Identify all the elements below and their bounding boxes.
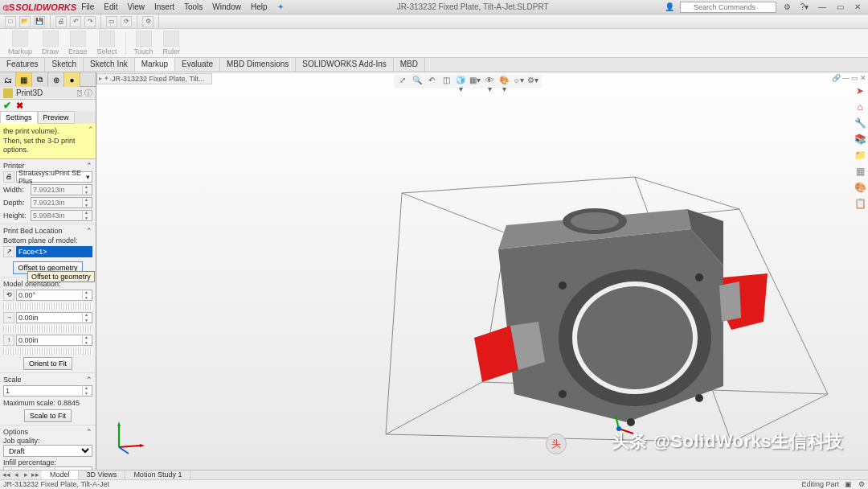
vp-max-icon[interactable]: ▭ — [851, 74, 858, 82]
menu-file[interactable]: File — [81, 2, 94, 11]
hide-show-icon[interactable]: 👁▾ — [484, 76, 495, 87]
tab-motion-study[interactable]: Motion Study 1 — [125, 471, 190, 479]
print-icon[interactable]: 🖨 — [55, 16, 67, 27]
open-icon[interactable]: 📂 — [19, 16, 31, 27]
pm-tab-config-icon[interactable]: ⧉ — [32, 72, 48, 87]
dist2-input[interactable]: 0.00in▲▼ — [16, 335, 92, 346]
ribbon-touch[interactable]: Touch — [131, 31, 157, 55]
ribbon-select[interactable]: Select — [94, 31, 121, 55]
orient-fit-button[interactable]: Orient to Fit — [23, 357, 72, 370]
login-icon[interactable]: 👤 — [662, 2, 677, 11]
angle-slider[interactable] — [3, 303, 92, 310]
apply-scene-icon[interactable]: ☼▾ — [513, 76, 524, 87]
height-input[interactable]: 5.99843in▲▼ — [31, 210, 92, 221]
tab-mbd[interactable]: MBD — [394, 58, 425, 72]
quality-select[interactable]: Draft — [3, 445, 92, 457]
search-commands[interactable] — [680, 2, 776, 13]
tab-sketch[interactable]: Sketch — [45, 58, 84, 72]
vp-close-icon[interactable]: ✕ — [860, 74, 866, 82]
options-icon[interactable]: ⚙ — [780, 2, 794, 11]
ribbon-ruler[interactable]: Ruler — [160, 31, 184, 55]
search-input[interactable] — [680, 2, 776, 13]
section-scale[interactable]: Scale⌃ — [3, 375, 92, 384]
resources-icon[interactable]: 🔧 — [854, 117, 866, 130]
tab-mbd-dimensions[interactable]: MBD Dimensions — [220, 58, 296, 72]
maximize-icon[interactable]: ▭ — [833, 2, 847, 11]
menu-tools[interactable]: Tools — [184, 2, 203, 11]
design-lib-icon[interactable]: 📚 — [854, 134, 866, 146]
viewport[interactable]: JR-313232 Fixed Plate, Tilt... ⤢ 🔍 ↶ ◫ 🧊… — [96, 72, 868, 470]
section-view-icon[interactable]: ◫ — [440, 76, 452, 87]
angle-input[interactable]: 0.00°▲▼ — [16, 290, 92, 301]
view-palette-icon[interactable]: ▦ — [854, 166, 866, 179]
subtab-preview[interactable]: Preview — [38, 111, 75, 124]
depth-input[interactable]: 7.99213in▲▼ — [31, 197, 92, 208]
ribbon-draw[interactable]: Draw — [39, 31, 62, 55]
minimize-icon[interactable]: — — [815, 2, 829, 11]
menu-help[interactable]: Help — [251, 2, 268, 11]
infill-select[interactable]: 100% — [3, 466, 92, 470]
home-icon[interactable]: ⌂ — [854, 101, 866, 114]
view-settings-icon[interactable]: ⚙▾ — [527, 76, 538, 87]
rebuild-icon[interactable]: ⟳ — [121, 16, 132, 27]
ok-button[interactable]: ✔ — [3, 100, 11, 111]
prev-view-icon[interactable]: ↶ — [426, 76, 437, 87]
width-input[interactable]: 7.99213in▲▼ — [31, 184, 92, 195]
help-icon[interactable]: ?▾ — [797, 2, 812, 11]
section-options[interactable]: Options⌃ — [3, 427, 92, 437]
pm-tab-dimxpert-icon[interactable]: ⊕ — [48, 72, 64, 87]
close-icon[interactable]: ✕ — [850, 2, 865, 11]
menu-insert[interactable]: Insert — [154, 2, 174, 11]
pm-tab-property-icon[interactable]: ▦ — [16, 72, 32, 87]
appearances-icon[interactable]: 🎨 — [854, 182, 866, 195]
printer-select[interactable]: Stratasys:uPrint SE Plus▾ — [16, 171, 92, 183]
select-icon[interactable]: ▭ — [106, 16, 117, 27]
custom-props-icon[interactable]: 📋 — [854, 198, 866, 211]
view-orient-icon[interactable]: 🧊▾ — [455, 76, 466, 87]
face-select-icon[interactable]: ↗ — [3, 246, 14, 257]
edit-appearance-icon[interactable]: 🎨▾ — [498, 76, 510, 87]
cancel-button[interactable]: ✖ — [16, 101, 23, 111]
undo-icon[interactable]: ↶ — [70, 16, 81, 27]
ribbon-markup[interactable]: Markup — [5, 31, 35, 55]
menu-view[interactable]: View — [127, 2, 145, 11]
doc-tab[interactable]: JR-313232 Fixed Plate, Tilt... — [96, 73, 212, 84]
zoom-area-icon[interactable]: 🔍 — [411, 76, 423, 87]
subtab-settings[interactable]: Settings — [0, 111, 38, 124]
vp-min-icon[interactable]: — — [842, 74, 850, 82]
menu-edit[interactable]: Edit — [104, 2, 117, 11]
dist1-input[interactable]: 0.00in▲▼ — [16, 312, 92, 323]
pm-tab-appearance-icon[interactable]: ● — [64, 72, 80, 87]
file-explorer-icon[interactable]: 📁 — [854, 150, 866, 162]
dist1-slider[interactable] — [3, 326, 92, 332]
menu-star-icon[interactable]: ✦ — [277, 2, 284, 11]
scale-input[interactable]: 1▲▼ — [3, 385, 92, 397]
tab-nav-arrows[interactable]: ◂◂◂▸▸▸ — [0, 471, 42, 479]
view-triad[interactable] — [113, 421, 145, 454]
ribbon-erase[interactable]: Erase — [65, 31, 91, 55]
scale-fit-button[interactable]: Scale to Fit — [24, 409, 72, 422]
collapse-icon[interactable]: ⌃ — [88, 125, 94, 135]
arrow-icon[interactable]: ➤ — [854, 85, 866, 98]
display-style-icon[interactable]: ▦▾ — [469, 76, 481, 87]
zoom-fit-icon[interactable]: ⤢ — [397, 76, 408, 87]
tab-features[interactable]: Features — [0, 58, 45, 72]
task-pane-tabs: ➤ ⌂ 🔧 📚 📁 ▦ 🎨 📋 — [854, 85, 866, 211]
settings-icon[interactable]: ⚙ — [142, 16, 154, 27]
vp-link-icon[interactable]: 🔗 — [832, 74, 841, 82]
tab-markup[interactable]: Markup — [135, 58, 175, 72]
bed-face-input[interactable]: Face<1> — [16, 246, 92, 257]
tab-evaluate[interactable]: Evaluate — [175, 58, 220, 72]
tab-addins[interactable]: SOLIDWORKS Add-Ins — [296, 58, 393, 72]
pm-help-icon[interactable]: ⍰ ⓘ — [77, 88, 92, 99]
new-icon[interactable]: □ — [5, 16, 16, 27]
menu-window[interactable]: Window — [212, 2, 241, 11]
section-bed-location[interactable]: Print Bed Location⌃ — [3, 226, 92, 236]
tab-sketch-ink[interactable]: Sketch Ink — [84, 58, 135, 72]
pm-tab-feature-tree-icon[interactable]: 🗂 — [0, 72, 16, 87]
save-icon[interactable]: 💾 — [34, 16, 45, 27]
tab-model[interactable]: Model — [42, 471, 79, 479]
tab-3d-views[interactable]: 3D Views — [79, 471, 126, 479]
redo-icon[interactable]: ↷ — [84, 16, 96, 27]
dist2-slider[interactable] — [3, 348, 92, 355]
